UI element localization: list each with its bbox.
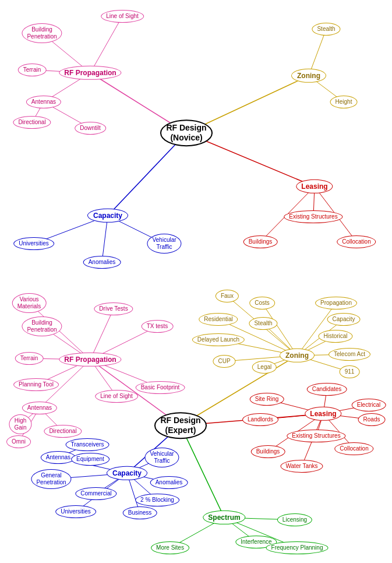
buildings-top-node: Buildings: [243, 235, 278, 248]
universities-bot-node: Universities: [55, 505, 96, 518]
frequency-planning-node: Frequency Planning: [266, 541, 329, 554]
landlords-node: Landlords: [242, 413, 278, 426]
directional-top-node: Directional: [13, 116, 51, 129]
existing-structures-bot-node: Existing Structures: [287, 430, 345, 442]
leasing-bot-node: Leasing: [305, 407, 341, 421]
business-node: Business: [123, 506, 157, 519]
svg-line-5: [90, 16, 122, 73]
various-materials-node: VariousMaterials: [12, 293, 47, 313]
anomalies-bot-node: Anomalies: [150, 476, 188, 489]
cup-node: CUP: [213, 355, 235, 368]
rf-propagation-bot-node: RF Propagation: [59, 353, 121, 367]
downtilt-top-node: Downtilt: [75, 122, 106, 135]
telecom-act-node: Telecom Act: [329, 348, 370, 361]
more-sites-node: More Sites: [151, 541, 189, 554]
antennas-cap-node: Antennas: [41, 451, 76, 464]
commercial-node: Commercial: [75, 487, 116, 500]
svg-line-42: [297, 303, 336, 356]
911-node: 911: [340, 365, 360, 378]
costs-node: Costs: [249, 297, 275, 309]
blocking-node: 2 % Blocking: [135, 494, 179, 506]
spectrum-bot-node: Spectrum: [203, 511, 245, 525]
licensing-node: Licensing: [277, 513, 312, 526]
general-penetration-node: GeneralPenetration: [31, 469, 71, 489]
capacity-zoning-node: Capacity: [327, 313, 361, 326]
site-ring-node: Site Ring: [250, 393, 284, 406]
line-of-sight-bot-node: Line of Sight: [95, 390, 138, 403]
historical-node: Historical: [318, 330, 352, 343]
delayed-launch-node: Delayed Launch: [192, 333, 245, 346]
line-of-sight-top-node: Line of Sight: [101, 10, 144, 23]
zoning-top-node: Zoning: [291, 69, 326, 83]
universities-top-node: Universities: [13, 237, 54, 250]
transceivers-node: Transceivers: [66, 438, 110, 451]
height-top-node: Height: [330, 96, 358, 108]
candidates-node: Candidates: [307, 383, 347, 396]
faux-node: Faux: [216, 290, 239, 302]
equipment-node: Equipment: [71, 453, 110, 466]
stealth-bot-node: Stealth: [249, 317, 277, 330]
buildings-bot-node: Buildings: [251, 445, 285, 458]
building-penetration-bot-node: BuildingPenetration: [22, 316, 62, 336]
capacity-bot-node: Capacity: [107, 466, 147, 480]
drive-tests-node: Drive Tests: [94, 302, 133, 315]
svg-line-3: [108, 133, 186, 216]
anomalies-top-node: Anomalies: [83, 256, 121, 269]
rf-expert-node: RF Design(Expert): [154, 412, 207, 439]
high-gain-node: HighGain: [9, 414, 31, 434]
svg-line-22: [181, 425, 224, 518]
stealth-top-node: Stealth: [312, 23, 340, 36]
existing-structures-top-node: Existing Structures: [284, 210, 342, 223]
collocation-top-node: Collocation: [337, 235, 376, 248]
electrical-node: Electrical: [352, 399, 386, 411]
vehicular-traffic-bot-node: VehicularTraffic: [144, 448, 179, 467]
svg-line-17: [102, 216, 108, 262]
capacity-top-node: Capacity: [87, 209, 128, 223]
leasing-top-node: Leasing: [296, 180, 333, 193]
terrain-top-node: Terrain: [18, 64, 47, 76]
vehicular-traffic-top-node: VehicularTraffic: [147, 234, 181, 254]
terrain-bot-node: Terrain: [15, 352, 44, 365]
legal-node: Legal: [252, 361, 277, 374]
antennas-top-node: Antennas: [26, 96, 61, 108]
tx-tests-node: TX tests: [142, 320, 174, 333]
omni-node: Omni: [6, 435, 31, 448]
planning-tool-node: Planning Tool: [13, 378, 59, 391]
rf-propagation-top-node: RF Propagation: [59, 66, 121, 80]
propagation-bot-node: Propagation: [315, 297, 357, 309]
mind-map-diagram: RF Design(Novice) RF Propagation Zoning …: [0, 0, 392, 563]
residential-node: Residential: [199, 313, 238, 326]
directional-bot-node: Directional: [44, 425, 82, 438]
basic-footprint-node: Basic Footprint: [136, 381, 185, 394]
water-tanks-node: Water Tanks: [280, 460, 323, 473]
svg-line-19: [181, 356, 297, 425]
zoning-bot-node: Zoning: [280, 349, 315, 363]
rf-novice-node: RF Design(Novice): [160, 119, 213, 146]
building-penetration-top-node: BuildingPenetration: [22, 23, 62, 43]
antennas-bot-node: Antennas: [22, 402, 57, 414]
roads-node: Roads: [358, 413, 386, 426]
collocation-bot-node: Collocation: [334, 442, 373, 455]
